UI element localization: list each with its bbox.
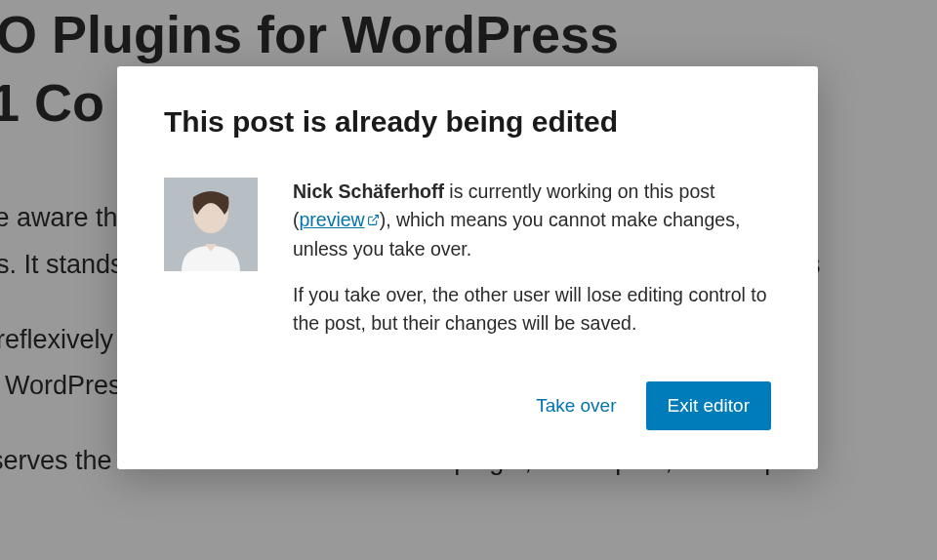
modal-overlay: This post is already being edited Nick S…: [0, 0, 937, 560]
modal-text: Nick Schäferhoff is currently working on…: [293, 178, 771, 338]
post-lock-modal: This post is already being edited Nick S…: [117, 66, 818, 469]
avatar: [164, 178, 258, 271]
modal-para-2: If you take over, the other user will lo…: [293, 281, 771, 339]
modal-title: This post is already being edited: [164, 105, 771, 139]
author-name: Nick Schäferhoff: [293, 180, 444, 202]
take-over-button[interactable]: Take over: [530, 385, 622, 426]
modal-body: Nick Schäferhoff is currently working on…: [164, 178, 771, 338]
exit-editor-button[interactable]: Exit editor: [646, 381, 771, 430]
avatar-image: [164, 178, 258, 271]
preview-link[interactable]: preview: [300, 209, 380, 230]
modal-para-1: Nick Schäferhoff is currently working on…: [293, 178, 771, 263]
svg-line-2: [372, 216, 378, 221]
external-link-icon: [367, 206, 380, 234]
modal-actions: Take over Exit editor: [164, 381, 771, 430]
